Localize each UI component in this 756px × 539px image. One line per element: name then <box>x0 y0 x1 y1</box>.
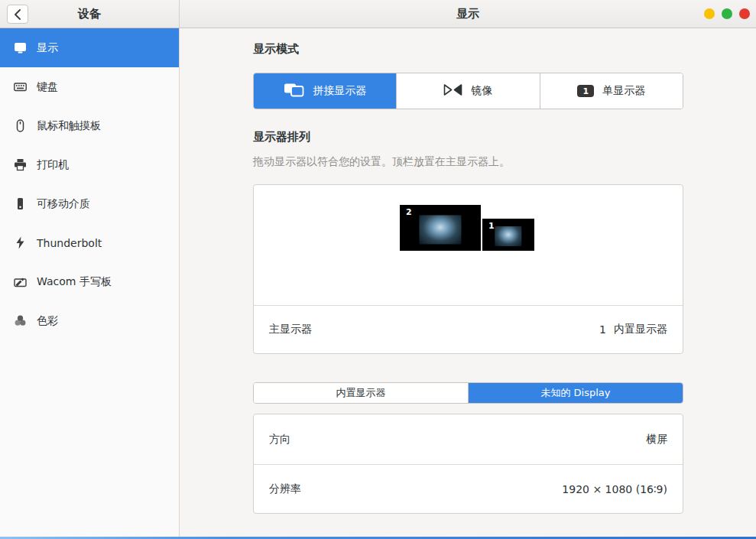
sidebar-item-color[interactable]: 色彩 <box>0 301 179 340</box>
mode-label: 镜像 <box>471 84 492 98</box>
resolution-row[interactable]: 分辨率 1920 × 1080 (16∶9) <box>254 464 683 514</box>
orientation-value: 横屏 <box>646 433 667 446</box>
primary-display-label: 主显示器 <box>269 323 312 336</box>
sidebar-item-thunderbolt[interactable]: Thunderbolt <box>0 223 179 262</box>
back-button[interactable] <box>7 5 28 24</box>
display-settings-content: 显示模式 拼接显示器 镜像 1 单显示器 <box>180 28 756 537</box>
settings-window: 设备 显示 显示 键盘 鼠 <box>0 0 756 539</box>
monitor-number: 2 <box>406 207 412 217</box>
keyboard-icon <box>14 80 27 93</box>
primary-display-name: 内置显示器 <box>614 323 667 336</box>
monitor-thumbnail-1[interactable]: 1 <box>482 219 534 251</box>
resolution-label: 分辨率 <box>269 482 301 496</box>
page-title: 显示 <box>456 7 479 21</box>
sidebar-title: 设备 <box>78 7 101 21</box>
sidebar-item-label: 色彩 <box>37 314 58 328</box>
maximize-button[interactable] <box>722 8 732 19</box>
mode-label: 拼接显示器 <box>313 84 366 98</box>
tab-unknown-display[interactable]: 未知的 Display <box>468 383 683 403</box>
mode-mirror-button[interactable]: 镜像 <box>397 73 540 109</box>
sidebar-item-display[interactable]: 显示 <box>0 28 179 67</box>
monitor-number: 1 <box>488 221 495 231</box>
primary-display-value: 1 内置显示器 <box>599 323 667 336</box>
resolution-value: 1920 × 1080 (16∶9) <box>562 483 667 495</box>
header-right-section: 显示 <box>180 0 756 28</box>
printer-icon <box>14 158 27 171</box>
display-icon <box>14 41 27 54</box>
sidebar-item-mouse-touchpad[interactable]: 鼠标和触摸板 <box>0 106 179 145</box>
primary-display-number: 1 <box>599 323 606 336</box>
sidebar-item-removable-media[interactable]: 可移动介质 <box>0 184 179 223</box>
header-bar: 设备 显示 <box>0 0 756 28</box>
sidebar-item-label: Thunderbolt <box>37 237 102 249</box>
single-display-icon: 1 <box>577 85 594 97</box>
arrangement-hint: 拖动显示器以符合您的设置。顶栏放置在主显示器上。 <box>253 155 510 169</box>
primary-display-row[interactable]: 主显示器 1 内置显示器 <box>254 306 683 353</box>
join-displays-icon <box>284 83 304 99</box>
sidebar-item-label: 键盘 <box>37 80 58 94</box>
sidebar-item-label: 显示 <box>37 41 58 55</box>
mouse-icon <box>14 119 27 132</box>
header-left-section: 设备 <box>0 0 180 28</box>
orientation-row[interactable]: 方向 横屏 <box>254 414 683 464</box>
sidebar-item-keyboard[interactable]: 键盘 <box>0 67 179 106</box>
sidebar-item-label: 可移动介质 <box>37 197 90 211</box>
monitor-arrangement-canvas[interactable]: 2 1 <box>254 185 683 306</box>
mode-join-displays-button[interactable]: 拼接显示器 <box>254 73 397 109</box>
wacom-tablet-icon <box>14 275 27 288</box>
settings-sidebar: 显示 键盘 鼠标和触摸板 打印机 可移动介质 <box>0 28 180 537</box>
monitor-arrangement-panel: 2 1 主显示器 1 内置显示器 <box>253 184 683 354</box>
mirror-icon <box>443 83 462 99</box>
sidebar-item-label: 鼠标和触摸板 <box>37 119 101 133</box>
close-button[interactable] <box>739 8 750 19</box>
back-icon <box>14 9 21 20</box>
mode-label: 单显示器 <box>602 84 645 98</box>
sidebar-item-label: 打印机 <box>37 158 69 172</box>
monitor-settings-panel: 方向 横屏 分辨率 1920 × 1080 (16∶9) <box>253 414 683 514</box>
monitor-wallpaper <box>495 226 521 246</box>
minimize-button[interactable] <box>704 8 715 19</box>
window-controls <box>704 0 750 28</box>
tab-built-in-display[interactable]: 内置显示器 <box>254 383 468 403</box>
display-mode-title: 显示模式 <box>253 42 299 57</box>
monitor-wallpaper <box>419 216 461 244</box>
mode-single-display-button[interactable]: 1 单显示器 <box>540 73 683 109</box>
display-mode-switcher: 拼接显示器 镜像 1 单显示器 <box>253 73 683 109</box>
removable-media-icon <box>14 197 27 210</box>
sidebar-item-wacom[interactable]: Wacom 手写板 <box>0 262 179 301</box>
color-icon <box>14 314 27 327</box>
sidebar-item-label: Wacom 手写板 <box>37 275 112 289</box>
thunderbolt-icon <box>14 236 27 249</box>
monitor-thumbnail-2[interactable]: 2 <box>400 205 481 251</box>
monitor-selector-tabs: 内置显示器 未知的 Display <box>253 382 683 404</box>
orientation-label: 方向 <box>269 433 290 446</box>
sidebar-item-printers[interactable]: 打印机 <box>0 145 179 184</box>
arrangement-title: 显示器排列 <box>253 130 310 144</box>
